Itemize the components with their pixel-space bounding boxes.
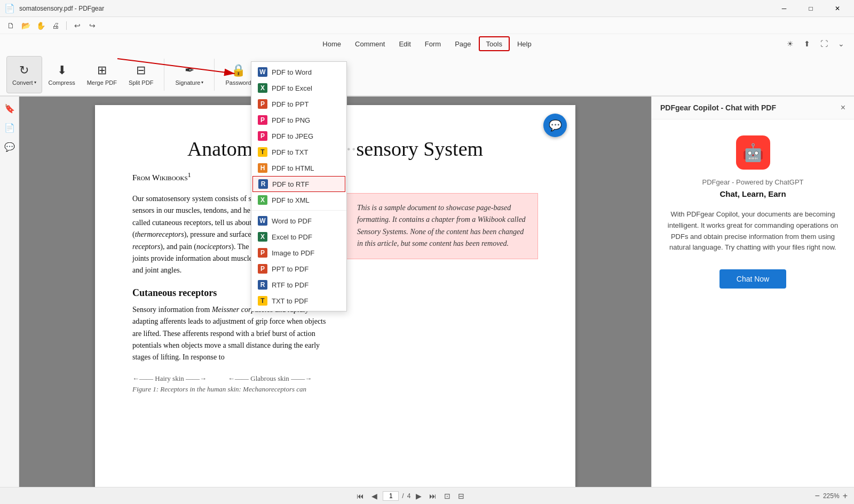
- menu-page[interactable]: Page: [448, 36, 477, 51]
- dropdown-item-excel-pdf[interactable]: XExcel to PDF: [251, 229, 346, 245]
- menu-help[interactable]: Help: [511, 36, 538, 51]
- scan-button[interactable]: ⊡: [442, 491, 453, 501]
- main-area: 🔖 📄 💬 💬 Anatomy of the S·····sensory Sys…: [0, 97, 854, 487]
- close-button[interactable]: ✕: [825, 0, 850, 17]
- dropdown-item-image-pdf[interactable]: PImage to PDF: [251, 245, 346, 261]
- zoom-controls: − 225% +: [815, 491, 848, 501]
- sidebar-pages-icon[interactable]: 📄: [2, 120, 17, 135]
- item-label-rtf-pdf: RTF to PDF: [272, 281, 309, 289]
- prev-page-button[interactable]: ◀: [369, 491, 379, 501]
- item-icon-word-pdf: W: [258, 216, 267, 226]
- ribbon-separator: [164, 59, 164, 91]
- menu-home[interactable]: Home: [316, 36, 347, 51]
- page-number-input[interactable]: [383, 491, 399, 501]
- dropdown-item-pdf-txt[interactable]: TPDF to TXT: [251, 144, 346, 160]
- undo-button[interactable]: ↩: [71, 19, 84, 32]
- merge-icon: ⊞: [97, 63, 107, 77]
- item-icon-pdf-html: H: [258, 163, 267, 173]
- quick-access-bar: 🗋 📂 ✋ 🖨 ↩ ↪: [0, 17, 854, 34]
- item-label-pdf-jpeg: PDF to JPEG: [272, 132, 313, 140]
- dropdown-item-pdf-html[interactable]: HPDF to HTML: [251, 160, 346, 176]
- menu-bar: Home Comment Edit Form Page Tools Help ☀…: [0, 34, 854, 53]
- expand-button[interactable]: ⌄: [835, 37, 848, 50]
- panel-tagline: Chat, Learn, Earn: [719, 189, 786, 198]
- window-controls: ─ □ ✕: [772, 0, 850, 17]
- sidebar-bookmark-icon[interactable]: 🔖: [2, 101, 17, 116]
- dropdown-item-pdf-xml[interactable]: XPDF to XML: [251, 192, 346, 208]
- first-page-button[interactable]: ⏮: [354, 491, 366, 501]
- panel-description: With PDFgear Copilot, your documents are…: [662, 209, 843, 253]
- pdf-note-column: This is a sample document to showcase pa…: [346, 193, 538, 364]
- item-icon-pdf-jpeg: P: [258, 131, 267, 141]
- dropdown-item-pdf-png[interactable]: PPDF to PNG: [251, 112, 346, 128]
- redo-button[interactable]: ↪: [86, 19, 99, 32]
- item-icon-pdf-excel: X: [258, 83, 267, 93]
- item-label-word-pdf: Word to PDF: [272, 217, 312, 225]
- dropdown-item-rtf-pdf[interactable]: RRTF to PDF: [251, 277, 346, 293]
- quick-access-separator: [66, 21, 67, 30]
- sidebar-comment-icon[interactable]: 💬: [2, 139, 17, 154]
- menu-comment[interactable]: Comment: [349, 36, 391, 51]
- hand-button[interactable]: ✋: [34, 19, 47, 32]
- window-title: somatosensory.pdf - PDFgear: [19, 5, 104, 12]
- last-page-button[interactable]: ⏭: [427, 491, 439, 501]
- brightness-button[interactable]: ☀: [784, 37, 796, 50]
- ribbon: ↻ Convert ▾ ⬇ Compress ⊞ Merge PDF ⊟ Spl…: [0, 53, 854, 96]
- minimize-button[interactable]: ─: [772, 0, 796, 17]
- pdf-figure-area: ←—— Hairy skin ——→ ←—— Glabrous skin ——→…: [132, 374, 538, 394]
- ribbon-separator-2: [214, 59, 215, 91]
- left-sidebar: 🔖 📄 💬: [0, 97, 19, 487]
- title-bar-left: 📄 somatosensory.pdf - PDFgear: [4, 3, 104, 13]
- share-button[interactable]: ⬆: [801, 37, 813, 50]
- item-label-txt-pdf: TXT to PDF: [272, 297, 308, 305]
- fullscreen-button[interactable]: ⛶: [818, 37, 831, 50]
- menu-tools[interactable]: Tools: [479, 36, 510, 51]
- dropdown-separator: [251, 210, 346, 211]
- zoom-out-button[interactable]: −: [815, 491, 820, 501]
- convert-dropdown-arrow: ▾: [34, 80, 36, 85]
- item-icon-ppt-pdf: P: [258, 264, 267, 274]
- item-label-pdf-xml: PDF to XML: [272, 196, 310, 204]
- dropdown-item-pdf-rtf[interactable]: RPDF to RTF: [252, 176, 345, 192]
- panel-logo: 🤖: [736, 135, 770, 170]
- dropdown-item-pdf-ppt[interactable]: PPDF to PPT: [251, 96, 346, 112]
- dropdown-item-word-pdf[interactable]: WWord to PDF: [251, 213, 346, 229]
- app-icon: 📄: [4, 3, 15, 13]
- menu-edit[interactable]: Edit: [392, 36, 417, 51]
- panel-brand: PDFgear - Powered by ChatGPT: [702, 178, 803, 186]
- convert-dropdown-menu: WPDF to WordXPDF to ExcelPPDF to PPTPPDF…: [251, 61, 347, 311]
- item-icon-excel-pdf: X: [258, 232, 267, 242]
- new-button[interactable]: 🗋: [4, 19, 17, 32]
- item-label-pdf-rtf: PDF to RTF: [272, 180, 309, 188]
- pdf-note-box: This is a sample document to showcase pa…: [346, 193, 538, 259]
- item-label-pdf-excel: PDF to Excel: [272, 84, 312, 92]
- item-label-pdf-ppt: PDF to PPT: [272, 100, 309, 108]
- merge-pdf-button[interactable]: ⊞ Merge PDF: [82, 56, 122, 93]
- page-separator: /: [402, 492, 404, 500]
- print-button[interactable]: 🖨: [49, 19, 62, 32]
- bottom-bar: ⏮ ◀ / 4 ▶ ⏭ ⊡ ⊟ − 225% +: [0, 487, 854, 504]
- panel-header: PDFgear Copilot - Chat with PDF ×: [652, 97, 854, 119]
- export-button[interactable]: ⊟: [456, 491, 466, 501]
- item-icon-image-pdf: P: [258, 248, 267, 258]
- item-icon-txt-pdf: T: [258, 296, 267, 306]
- zoom-in-button[interactable]: +: [843, 491, 848, 501]
- dropdown-item-txt-pdf[interactable]: TTXT to PDF: [251, 293, 346, 309]
- chat-now-button[interactable]: Chat Now: [719, 269, 786, 289]
- item-label-pdf-word: PDF to Word: [272, 68, 312, 76]
- split-pdf-button[interactable]: ⊟ Split PDF: [123, 56, 159, 93]
- next-page-button[interactable]: ▶: [414, 491, 424, 501]
- dropdown-item-pdf-excel[interactable]: XPDF to Excel: [251, 80, 346, 96]
- panel-close-button[interactable]: ×: [841, 103, 845, 113]
- dropdown-item-ppt-pdf[interactable]: PPPT to PDF: [251, 261, 346, 277]
- open-button[interactable]: 📂: [19, 19, 32, 32]
- maximize-button[interactable]: □: [798, 0, 823, 17]
- menu-form[interactable]: Form: [418, 36, 447, 51]
- split-icon: ⊟: [136, 63, 146, 77]
- convert-button[interactable]: ↻ Convert ▾: [6, 56, 42, 93]
- signature-button[interactable]: ✒ Signature ▾: [170, 56, 209, 93]
- dropdown-item-pdf-jpeg[interactable]: PPDF to JPEG: [251, 128, 346, 144]
- compress-button[interactable]: ⬇ Compress: [43, 56, 81, 93]
- chat-fab-button[interactable]: 💬: [543, 114, 567, 137]
- dropdown-item-pdf-word[interactable]: WPDF to Word: [251, 64, 346, 80]
